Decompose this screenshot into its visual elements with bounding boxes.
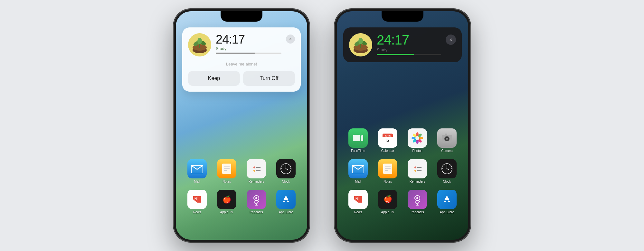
app-facetime-dark[interactable]: FaceTime — [346, 128, 370, 153]
app-grid-light: Mail Notes — [176, 159, 307, 220]
svg-point-61 — [446, 138, 448, 140]
svg-point-70 — [414, 170, 416, 172]
app-appletv-light[interactable]: 🍎 TV Apple TV — [215, 190, 238, 214]
svg-point-30 — [255, 197, 257, 199]
notes-icon-dark — [378, 159, 397, 178]
svg-rect-40 — [353, 135, 360, 141]
widget-info: 24:17 Study — [216, 33, 281, 54]
svg-point-13 — [253, 166, 255, 168]
reminders-label-dark: Reminders — [410, 180, 425, 183]
svg-text:N: N — [355, 197, 358, 201]
svg-point-57 — [415, 136, 419, 140]
appstore-icon-light — [276, 190, 296, 209]
focus-widget-dark: 24:17 Study × — [343, 27, 462, 62]
camera-label-dark: Camera — [441, 149, 453, 153]
widget-time-light: 24:17 — [216, 33, 281, 45]
close-button-light[interactable]: × — [286, 35, 295, 44]
photos-icon-dark — [408, 128, 427, 148]
podcasts-label-light: Podcasts — [250, 210, 263, 214]
widget-top-row-dark: 24:17 Study × — [349, 33, 456, 56]
app-photos-dark[interactable]: Photos — [406, 128, 429, 153]
svg-text:5: 5 — [386, 138, 389, 143]
podcasts-label-dark: Podcasts — [411, 210, 424, 214]
app-mail-dark[interactable]: Mail — [346, 159, 370, 183]
app-camera-dark[interactable]: Camera — [435, 128, 459, 153]
facetime-icon-dark — [348, 128, 368, 148]
app-calendar-dark[interactable]: 5 JUNE Calendar — [376, 128, 399, 153]
news-icon-light: N — [187, 190, 207, 209]
iphone-light: 24:17 Study × Leave me alone! Keep Turn … — [174, 9, 309, 242]
app-appstore-dark[interactable]: App Store — [435, 190, 459, 214]
progress-bar-dark — [377, 54, 441, 55]
photos-label-dark: Photos — [412, 149, 422, 153]
appletv-icon-light: 🍎 TV — [217, 190, 236, 209]
news-label-dark: News — [354, 210, 362, 214]
app-notes-light[interactable]: Notes — [215, 159, 238, 183]
news-label-light: News — [193, 210, 201, 214]
facetime-label-dark: FaceTime — [351, 149, 365, 153]
screen-background-dark: 24:17 Study × — [337, 11, 468, 240]
appstore-label-light: App Store — [279, 210, 293, 214]
app-podcasts-dark[interactable]: Podcasts — [406, 190, 429, 214]
app-row-1-light: Mail Notes — [182, 159, 301, 183]
iphone-screen-light: 24:17 Study × Leave me alone! Keep Turn … — [176, 11, 307, 240]
app-mail-light[interactable]: Mail — [185, 159, 209, 183]
svg-point-69 — [414, 166, 416, 168]
mail-icon-dark — [348, 159, 368, 178]
notes-label-dark: Notes — [384, 180, 392, 183]
leave-alone-message: Leave me alone! — [188, 56, 295, 71]
keep-button[interactable]: Keep — [188, 71, 240, 86]
turn-off-button[interactable]: Turn Off — [243, 71, 295, 86]
svg-point-86 — [416, 197, 418, 199]
action-buttons: Keep Turn Off — [188, 71, 295, 92]
close-icon-dark: × — [450, 37, 452, 42]
plant-avatar — [188, 33, 211, 56]
svg-text:TV: TV — [225, 201, 228, 204]
clock-icon-light — [276, 159, 296, 178]
reminders-label-light: Reminders — [249, 180, 264, 183]
reminders-icon-dark — [408, 159, 427, 178]
svg-point-6 — [197, 38, 202, 44]
widget-info-dark: 24:17 Study — [377, 33, 441, 55]
iphone-dark: 24:17 Study × — [335, 9, 470, 242]
podcasts-icon-dark — [408, 190, 427, 209]
app-appstore-light[interactable]: App Store — [274, 190, 298, 214]
calendar-icon-dark: 5 JUNE — [378, 128, 397, 148]
notch — [221, 11, 262, 22]
appletv-icon-dark: 🍎 TV — [378, 190, 397, 209]
app-news-light[interactable]: N News — [185, 190, 209, 214]
svg-rect-62 — [445, 134, 447, 136]
clock-label-dark: Clock — [443, 180, 451, 183]
screen-background-light: 24:17 Study × Leave me alone! Keep Turn … — [176, 11, 307, 240]
svg-line-20 — [286, 169, 288, 170]
clock-label-light: Clock — [282, 180, 290, 183]
app-row-1-dark: FaceTime 5 JUNE Calendar — [343, 128, 462, 153]
appletv-label-dark: Apple TV — [381, 210, 394, 214]
mail-label-dark: Mail — [355, 180, 361, 183]
appletv-label-light: Apple TV — [220, 210, 233, 214]
widget-time-dark: 24:17 — [377, 33, 441, 47]
notch-dark — [382, 11, 423, 22]
app-notes-dark[interactable]: Notes — [376, 159, 399, 183]
mail-icon-light — [187, 159, 207, 178]
close-icon-light: × — [289, 37, 291, 41]
clock-icon-dark — [437, 159, 457, 178]
notes-icon-light — [217, 159, 236, 178]
app-clock-dark[interactable]: Clock — [435, 159, 459, 183]
app-appletv-dark[interactable]: 🍎 TV Apple TV — [376, 190, 399, 214]
close-button-dark[interactable]: × — [446, 35, 456, 45]
app-reminders-dark[interactable]: Reminders — [406, 159, 429, 183]
widget-label-dark: Study — [377, 47, 441, 52]
app-reminders-light[interactable]: Reminders — [245, 159, 268, 183]
svg-marker-41 — [361, 135, 363, 142]
app-podcasts-light[interactable]: Podcasts — [245, 190, 268, 214]
focus-widget-light: 24:17 Study × Leave me alone! Keep Turn … — [182, 27, 301, 92]
app-grid-dark: FaceTime 5 JUNE Calendar — [337, 128, 468, 220]
app-news-dark[interactable]: N News — [346, 190, 370, 214]
news-icon-dark: N — [348, 190, 368, 209]
svg-line-76 — [447, 169, 449, 170]
app-clock-light[interactable]: Clock — [274, 159, 298, 183]
svg-text:TV: TV — [386, 201, 389, 203]
podcasts-icon-light — [247, 190, 266, 209]
plant-avatar-dark — [349, 33, 372, 56]
